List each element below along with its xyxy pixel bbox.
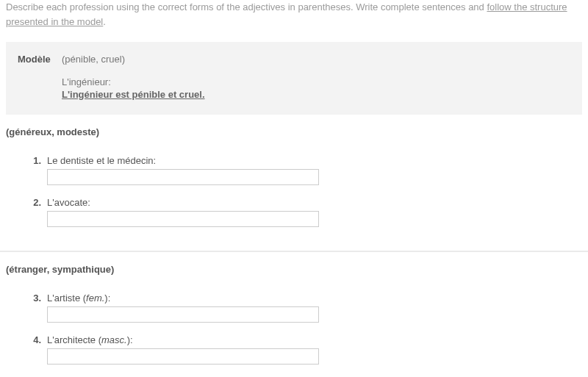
answer-input-2[interactable] <box>47 211 319 227</box>
answer-input-3[interactable] <box>47 306 319 323</box>
question-3: 3. L'artiste (fem.): <box>6 292 582 323</box>
question-number: 2. <box>32 197 47 208</box>
instructions-post: . <box>103 16 106 27</box>
question-text: L'architecte (masc.): <box>47 334 133 345</box>
answer-input-4[interactable] <box>47 348 319 365</box>
group-divider <box>0 251 588 252</box>
model-prompt: L'ingénieur: <box>62 76 205 87</box>
question-number: 1. <box>32 155 47 166</box>
question-text: Le dentiste et le médecin: <box>47 155 156 166</box>
instructions-pre: Describe each profession using the corre… <box>6 1 487 12</box>
answer-input-1[interactable] <box>47 169 319 185</box>
model-body: (pénible, cruel) L'ingénieur: L'ingénieu… <box>62 54 205 100</box>
model-block: Modèle (pénible, cruel) L'ingénieur: L'i… <box>6 42 582 115</box>
question-4: 4. L'architecte (masc.): <box>6 334 582 365</box>
question-1: 1. Le dentiste et le médecin: <box>6 155 582 185</box>
question-group-1: 1. Le dentiste et le médecin: 2. L'avoca… <box>0 137 588 245</box>
question-group-2: 3. L'artiste (fem.): 4. L'architecte (ma… <box>0 275 588 377</box>
question-number: 4. <box>32 334 47 345</box>
question-2: 2. L'avocate: <box>6 197 582 227</box>
group-label-2: (étranger, sympathique) <box>0 258 588 275</box>
model-label: Modèle <box>18 54 62 65</box>
question-number: 3. <box>32 292 47 304</box>
model-adjectives: (pénible, cruel) <box>62 54 205 65</box>
group-label-1: (généreux, modeste) <box>0 121 588 137</box>
question-text: L'avocate: <box>47 197 90 208</box>
instructions-text: Describe each profession using the corre… <box>0 0 588 36</box>
model-answer: L'ingénieur est pénible et cruel. <box>62 89 205 100</box>
question-text: L'artiste (fem.): <box>47 292 110 304</box>
